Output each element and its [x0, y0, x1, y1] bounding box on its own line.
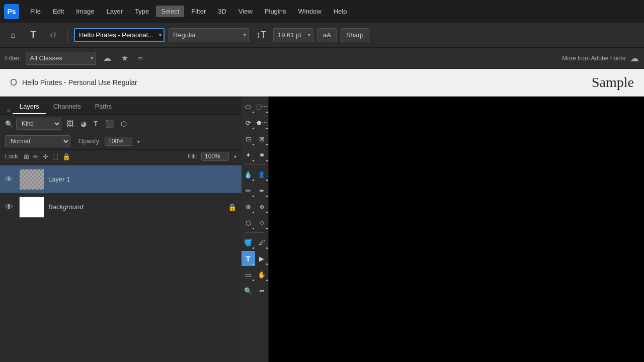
layer-text-icon[interactable]: T — [92, 119, 100, 129]
more-tools-button[interactable]: ••• — [255, 283, 269, 298]
background-eraser-tool[interactable]: ◇ — [255, 215, 269, 230]
crop-icon: ⊡ — [246, 135, 251, 143]
zoom-icon: 🔍 — [244, 287, 252, 295]
paint-bucket-tool[interactable]: 🪣 — [242, 235, 255, 250]
tool-submenu-dot — [266, 196, 268, 197]
type-tool[interactable]: T — [242, 251, 255, 266]
tool-submenu-dot — [253, 179, 254, 181]
layer-item[interactable]: 👁 Background 🔒 — [0, 193, 242, 221]
tab-channels[interactable]: Channels — [46, 100, 88, 114]
layer-smart-icon[interactable]: ⬡ — [119, 119, 129, 129]
tool-submenu-dot — [253, 247, 254, 249]
home-button[interactable]: ⌂ — [5, 27, 21, 43]
menu-file[interactable]: File — [25, 6, 46, 17]
ellipse-marquee-icon: ⬭ — [245, 103, 251, 111]
color-sampler-tool[interactable]: 👤 — [255, 167, 269, 182]
ellipse-marquee-tool[interactable]: ⬭ — [242, 99, 255, 114]
lock-artboard-icon[interactable]: ⬚ — [52, 153, 58, 160]
font-result-row[interactable]: O Hello Pirates - Personal Use Regular S… — [0, 69, 644, 97]
eyedropper-tool[interactable]: 💧 — [242, 167, 255, 182]
kind-select[interactable]: Kind — [16, 118, 61, 130]
layer-name-layer1: Layer 1 — [48, 175, 236, 183]
layer-shape-icon[interactable]: ⬛ — [103, 119, 116, 129]
visibility-icon-background[interactable]: 👁 — [5, 203, 15, 212]
layer-item[interactable]: 👁 Layer 1 — [0, 165, 242, 193]
tool-submenu-dot — [266, 128, 268, 129]
lock-label: Lock: — [5, 153, 20, 160]
lasso-tool[interactable]: ⟳ — [242, 115, 255, 130]
pattern-stamp-tool[interactable]: ⊛ — [255, 199, 269, 214]
menu-view[interactable]: View — [233, 6, 258, 17]
blend-mode-select[interactable]: Normal — [5, 135, 70, 147]
tool-submenu-dot — [266, 228, 268, 229]
layer-thumbnail-layer1 — [19, 169, 44, 190]
lock-pixels-icon[interactable]: ⊞ — [24, 153, 29, 160]
crop-tool[interactable]: ⊡ — [242, 131, 255, 146]
eraser-tool[interactable]: ⬡ — [242, 215, 255, 230]
opacity-label: Opacity: — [78, 138, 101, 145]
similarity-wave-icon[interactable]: ≈ — [135, 53, 146, 64]
menu-type[interactable]: Type — [130, 6, 154, 17]
lock-all-icon[interactable]: 🔒 — [62, 153, 70, 160]
options-toolbar: ⌂ T ↕T ▾ Regular ▾ ↕T ▾ aA Sharp — [0, 23, 644, 48]
visibility-icon-layer1[interactable]: 👁 — [5, 175, 15, 184]
path-selection-tool[interactable]: ▶ — [255, 251, 269, 266]
menu-plugins[interactable]: Plugins — [260, 6, 291, 17]
perspective-crop-tool[interactable]: ⊠ — [255, 131, 269, 146]
tab-paths[interactable]: Paths — [88, 100, 119, 114]
pattern-stamp-icon: ⊛ — [260, 204, 264, 210]
text-orientation-button[interactable]: ↕T — [45, 27, 61, 43]
lock-position-icon[interactable]: ✛ — [43, 153, 48, 160]
pen-tool[interactable]: 🖊 — [255, 235, 269, 250]
sharp-button[interactable]: Sharp — [341, 28, 369, 42]
layer-image-icon[interactable]: 🖼 — [64, 119, 75, 129]
background-lock-icon: 🔒 — [228, 203, 236, 211]
adobe-fonts-cloud-icon[interactable]: ☁ — [100, 52, 114, 64]
select-subject-tool[interactable]: ✱ — [255, 147, 269, 162]
panel-collapse-icon[interactable]: « — [5, 107, 13, 114]
menu-select[interactable]: Select — [156, 6, 184, 17]
opacity-input[interactable] — [105, 137, 132, 146]
tab-layers[interactable]: Layers — [13, 100, 46, 114]
menu-layer[interactable]: Layer — [102, 6, 128, 17]
font-style-select[interactable]: Regular — [169, 28, 249, 42]
pencil-tool[interactable]: ✒ — [255, 183, 269, 198]
rectangular-marquee-tool[interactable]: ⬚⋯ — [255, 99, 269, 114]
hand-tool[interactable]: ✋ — [255, 267, 269, 282]
menu-image[interactable]: Image — [71, 6, 99, 17]
separator-1 — [67, 28, 68, 43]
zoom-tool[interactable]: 🔍 — [242, 283, 255, 298]
font-size-input[interactable] — [273, 28, 313, 42]
more-fonts-cloud-icon[interactable]: ☁ — [630, 53, 639, 64]
rectangle-tool[interactable]: ▭ — [242, 267, 255, 282]
type-tool-icon: T — [246, 254, 250, 263]
tool-separator-2 — [245, 232, 265, 233]
text-tool-button[interactable]: T — [25, 27, 41, 43]
menu-3d[interactable]: 3D — [213, 6, 231, 17]
tool-pair-brush: ✏ ✒ — [242, 183, 269, 198]
font-result-sample: Sample — [592, 74, 634, 90]
anti-aliasing-button[interactable]: aA — [317, 28, 337, 42]
menu-filter[interactable]: Filter — [186, 6, 211, 17]
filter-class-select[interactable]: All Classes — [26, 52, 96, 65]
tool-submenu-dot — [266, 160, 268, 161]
brush-tool[interactable]: ✏ — [242, 183, 255, 198]
font-name-input[interactable] — [74, 28, 165, 42]
lock-paint-icon[interactable]: ✏ — [33, 153, 39, 160]
polygonal-lasso-tool[interactable]: ⬟⋯ — [255, 115, 269, 130]
text-orientation-icon: ↕T — [50, 31, 57, 39]
layer-name-background: Background — [48, 203, 224, 211]
menu-help[interactable]: Help — [329, 6, 352, 17]
favorites-star-icon[interactable]: ★ — [118, 52, 131, 64]
menu-edit[interactable]: Edit — [48, 6, 69, 17]
tool-pair-eraser: ⬡ ◇ — [242, 215, 269, 230]
menu-window[interactable]: Window — [293, 6, 326, 17]
tool-submenu-dot — [253, 263, 254, 265]
fill-dropdown-arrow: ▾ — [234, 154, 236, 159]
layer-adjustment-icon[interactable]: ◕ — [78, 119, 89, 129]
font-size-icon-button[interactable]: ↕T — [253, 27, 269, 43]
font-size-wrapper: ▾ — [273, 28, 313, 42]
fill-input[interactable] — [201, 152, 229, 161]
clone-stamp-tool[interactable]: ⊕ — [242, 199, 255, 214]
magic-wand-tool[interactable]: ✦ — [242, 147, 255, 162]
